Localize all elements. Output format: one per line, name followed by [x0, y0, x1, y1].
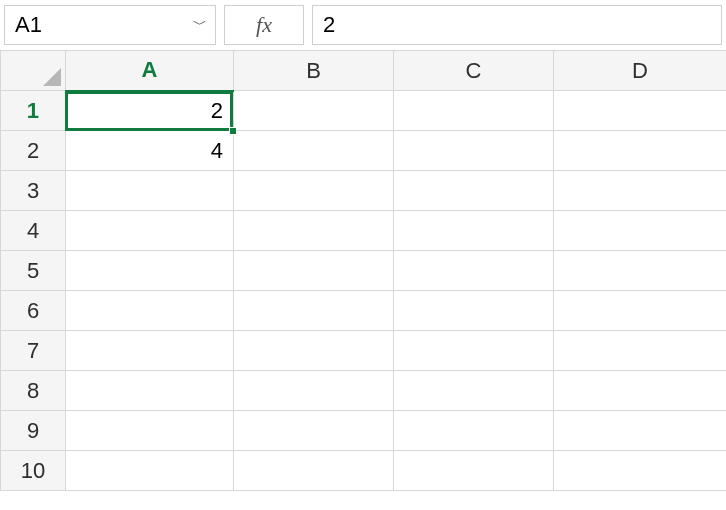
row-7: 7 [1, 331, 727, 371]
cell-B9[interactable] [234, 411, 394, 451]
cell-A10[interactable] [66, 451, 234, 491]
cell-D4[interactable] [554, 211, 727, 251]
select-all-triangle-icon [43, 68, 61, 86]
row-3: 3 [1, 171, 727, 211]
column-header-B[interactable]: B [234, 51, 394, 91]
row-header-8[interactable]: 8 [1, 371, 66, 411]
cell-A9[interactable] [66, 411, 234, 451]
cell-B8[interactable] [234, 371, 394, 411]
cell-B2[interactable] [234, 131, 394, 171]
cell-C5[interactable] [394, 251, 554, 291]
row-header-5[interactable]: 5 [1, 251, 66, 291]
row-header-10[interactable]: 10 [1, 451, 66, 491]
cell-D10[interactable] [554, 451, 727, 491]
formula-bar: A1 ﹀ fx 2 [0, 0, 726, 50]
cell-A5[interactable] [66, 251, 234, 291]
cell-D9[interactable] [554, 411, 727, 451]
row-10: 10 [1, 451, 727, 491]
cell-D7[interactable] [554, 331, 727, 371]
row-2: 2 4 [1, 131, 727, 171]
column-header-D[interactable]: D [554, 51, 727, 91]
row-8: 8 [1, 371, 727, 411]
cell-A4[interactable] [66, 211, 234, 251]
row-9: 9 [1, 411, 727, 451]
cell-D3[interactable] [554, 171, 727, 211]
cell-C8[interactable] [394, 371, 554, 411]
cell-D6[interactable] [554, 291, 727, 331]
chevron-down-icon[interactable]: ﹀ [193, 16, 207, 34]
row-header-2[interactable]: 2 [1, 131, 66, 171]
column-header-A[interactable]: A [66, 51, 234, 91]
name-box[interactable]: A1 ﹀ [4, 5, 216, 45]
row-4: 4 [1, 211, 727, 251]
spreadsheet-grid: A B C D 1 2 2 4 3 4 [0, 50, 726, 491]
cell-C10[interactable] [394, 451, 554, 491]
cell-B7[interactable] [234, 331, 394, 371]
cell-D1[interactable] [554, 91, 727, 131]
fx-label: fx [256, 12, 272, 38]
cell-D2[interactable] [554, 131, 727, 171]
cell-A1[interactable]: 2 [66, 91, 234, 131]
row-header-6[interactable]: 6 [1, 291, 66, 331]
fx-button[interactable]: fx [224, 5, 304, 45]
cell-A2[interactable]: 4 [66, 131, 234, 171]
select-all-corner[interactable] [1, 51, 66, 91]
cell-C1[interactable] [394, 91, 554, 131]
cell-B4[interactable] [234, 211, 394, 251]
cell-C7[interactable] [394, 331, 554, 371]
cell-C4[interactable] [394, 211, 554, 251]
cell-C3[interactable] [394, 171, 554, 211]
cell-A3[interactable] [66, 171, 234, 211]
cell-A8[interactable] [66, 371, 234, 411]
row-header-9[interactable]: 9 [1, 411, 66, 451]
name-box-value: A1 [15, 12, 42, 38]
formula-input[interactable]: 2 [312, 5, 722, 45]
cell-B1[interactable] [234, 91, 394, 131]
cell-B3[interactable] [234, 171, 394, 211]
row-header-7[interactable]: 7 [1, 331, 66, 371]
cell-C2[interactable] [394, 131, 554, 171]
row-5: 5 [1, 251, 727, 291]
cell-C6[interactable] [394, 291, 554, 331]
formula-input-value: 2 [323, 12, 335, 38]
cell-A7[interactable] [66, 331, 234, 371]
cell-B6[interactable] [234, 291, 394, 331]
cell-D8[interactable] [554, 371, 727, 411]
row-header-4[interactable]: 4 [1, 211, 66, 251]
row-header-3[interactable]: 3 [1, 171, 66, 211]
fill-handle[interactable] [229, 127, 237, 135]
cell-B5[interactable] [234, 251, 394, 291]
cell-B10[interactable] [234, 451, 394, 491]
cell-C9[interactable] [394, 411, 554, 451]
svg-marker-0 [43, 68, 61, 86]
row-header-1[interactable]: 1 [1, 91, 66, 131]
row-6: 6 [1, 291, 727, 331]
column-header-C[interactable]: C [394, 51, 554, 91]
cell-D5[interactable] [554, 251, 727, 291]
column-header-row: A B C D [1, 51, 727, 91]
row-1: 1 2 [1, 91, 727, 131]
cell-A6[interactable] [66, 291, 234, 331]
